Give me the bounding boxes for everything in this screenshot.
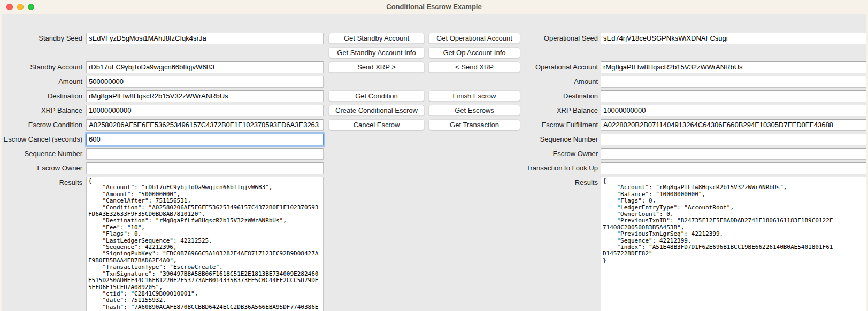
escrow-condition-field[interactable]: A02580206AF5E6FE536253496157C4372B0F1F10… (86, 119, 324, 131)
operational-xrp-balance-label: XRP Balance (500, 105, 598, 116)
app-window: Conditional Escrow Example Standby Seed … (0, 0, 868, 311)
operational-account-label: Operational Account (500, 61, 598, 73)
standby-xrp-balance-field[interactable]: 10000000000 (86, 105, 324, 116)
operational-seed-label: Operational Seed (500, 33, 598, 44)
standby-escrow-owner-label: Escrow Owner (2, 162, 82, 174)
standby-destination-field[interactable]: rMg8gaPfLfw8HqscR2b15V32zWWrANRbUs (86, 90, 324, 102)
standby-seed-label: Standby Seed (2, 33, 82, 44)
operational-escrow-owner-label: Escrow Owner (500, 148, 598, 160)
standby-amount-field[interactable]: 500000000 (86, 76, 324, 88)
get-op-account-info-button[interactable]: Get Op Account Info (428, 47, 520, 58)
operational-results-label: Results (500, 177, 598, 189)
create-conditional-escrow-button[interactable]: Create Conditional Escrow (328, 105, 425, 116)
operational-results-box[interactable]: { "Account": "rMg8gaPfLfw8HqscR2b15V32zW… (601, 177, 866, 311)
escrow-cancel-seconds-label: Escrow Cancel (seconds) (2, 134, 82, 145)
standby-sequence-number-field[interactable] (86, 148, 324, 160)
cancel-escrow-button[interactable]: Cancel Escrow (328, 119, 425, 130)
escrow-cancel-seconds-value: 600 (89, 135, 101, 143)
titlebar: Conditional Escrow Example (0, 0, 868, 14)
standby-results-box[interactable]: { "Account": "rDb17uFC9ybjToDa9wgjcn66bf… (86, 177, 324, 311)
escrow-cancel-seconds-field[interactable]: 600 (86, 134, 324, 145)
standby-account-field[interactable]: rDb17uFC9ybjToDa9wgjcn66bffqjvW6B3 (86, 61, 324, 73)
transaction-to-look-up-label: Transaction to Look Up (500, 162, 598, 174)
escrow-condition-label: Escrow Condition (2, 119, 82, 131)
escrow-fulfillment-field[interactable]: A0228020B2B0711404913264C64306E660B294E1… (601, 119, 866, 131)
operational-account-field[interactable]: rMg8gaPfLfw8HqscR2b15V32zWWrANRbUs (601, 61, 866, 73)
operational-amount-field[interactable] (601, 76, 866, 88)
operational-seed-field[interactable]: sEd74rjV18ceUSGPNksWiXDNAFCsugi (601, 33, 866, 44)
transaction-to-look-up-field[interactable] (601, 162, 866, 174)
text-caret (101, 135, 101, 143)
standby-xrp-balance-label: XRP Balance (2, 105, 82, 116)
operational-xrp-balance-field[interactable]: 10000000000 (601, 105, 866, 116)
get-standby-account-info-button[interactable]: Get Standby Account Info (328, 47, 425, 58)
window-title: Conditional Escrow Example (0, 0, 868, 14)
send-xrp-right-button[interactable]: Send XRP > (328, 61, 425, 73)
get-standby-account-button[interactable]: Get Standby Account (328, 33, 425, 44)
operational-escrow-owner-field[interactable] (601, 148, 866, 160)
standby-sequence-number-label: Sequence Number (2, 148, 82, 160)
content-area: Standby Seed sEdVFyzD5gMosi1MAhJ8fzCfqk4… (2, 14, 866, 311)
standby-destination-label: Destination (2, 90, 82, 102)
standby-escrow-owner-field[interactable] (86, 162, 324, 174)
standby-amount-label: Amount (2, 76, 82, 88)
operational-sequence-number-field[interactable] (601, 134, 866, 145)
operational-sequence-number-label: Sequence Number (500, 134, 598, 145)
operational-destination-field[interactable] (601, 90, 866, 102)
operational-destination-label: Destination (500, 90, 598, 102)
standby-account-label: Standby Account (2, 61, 82, 73)
get-condition-button[interactable]: Get Condition (328, 90, 425, 102)
operational-amount-label: Amount (500, 76, 598, 88)
escrow-fulfillment-label: Escrow Fulfillment (500, 119, 598, 131)
standby-results-label: Results (2, 177, 82, 189)
standby-seed-field[interactable]: sEdVFyzD5gMosi1MAhJ8fzCfqk4srJa (86, 33, 324, 44)
